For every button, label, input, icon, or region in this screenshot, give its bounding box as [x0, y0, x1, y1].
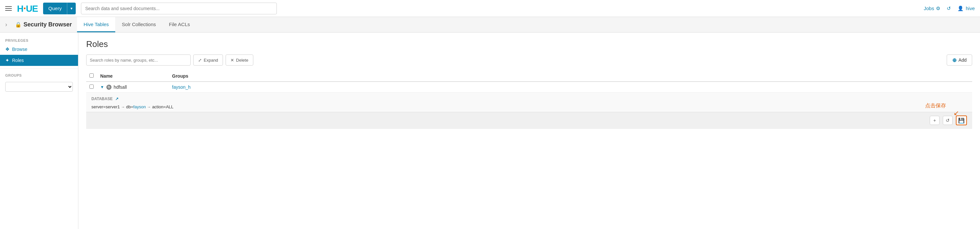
annotation-text: 点击保存	[925, 102, 946, 109]
page-title: Roles	[86, 39, 972, 49]
chevron-down-icon[interactable]: ▼	[100, 85, 104, 89]
topnav-right: Jobs ⚙ ↺ 👤 hive	[924, 6, 975, 11]
header-name-col: Name	[97, 71, 169, 81]
sidebar-item-roles[interactable]: ✦ Roles	[0, 55, 78, 66]
add-button[interactable]: ⊕ Add	[947, 54, 972, 65]
user-label: hive	[966, 6, 975, 11]
table-row: ▼ 🔘 hdfsall fayson_h	[86, 81, 972, 93]
expand-icon: ⤢	[198, 58, 202, 63]
query-button[interactable]: Query ▾	[43, 3, 76, 14]
logo-dot: ·	[23, 2, 26, 14]
search-roles-input[interactable]	[86, 54, 191, 65]
sidebar: PRIVILEGES ❖ Browse ✦ Roles GROUPS	[0, 33, 78, 229]
expand-button[interactable]: ⤢ Expand	[193, 54, 223, 65]
subnav: › 🔒 Security Browser Hive Tables Solr Co…	[0, 17, 980, 33]
topnav: H·UE Query ▾ Jobs ⚙ ↺ 👤 hive	[0, 0, 980, 17]
db-label: DATABASE	[91, 97, 113, 101]
browse-icon: ❖	[5, 46, 10, 52]
subnav-tabs: Hive Tables Solr Collections File ACLs	[77, 17, 197, 32]
detail-panel: DATABASE ↗ server=server1 → db=fayson → …	[86, 93, 972, 112]
query-button-label: Query	[43, 6, 67, 11]
sidebar-dropdown	[0, 79, 78, 94]
groups-select[interactable]	[5, 82, 73, 92]
name-col-label: Name	[100, 73, 113, 79]
add-rule-icon: +	[933, 118, 936, 123]
browse-label: Browse	[12, 47, 27, 52]
db-header: DATABASE ↗	[91, 97, 967, 101]
group-link[interactable]: fayson_h	[172, 84, 191, 90]
jobs-icon: ⚙	[936, 6, 940, 11]
history-item[interactable]: ↺	[947, 6, 951, 11]
subnav-title: 🔒 Security Browser	[10, 21, 77, 28]
select-all-checkbox[interactable]	[89, 73, 94, 78]
role-name-cell: ▼ 🔘 hdfsall	[97, 81, 169, 93]
lock-icon: 🔒	[15, 22, 22, 28]
main-content: Roles ⤢ Expand ✕ Delete ⊕ Add	[78, 33, 980, 229]
role-detail-cell: DATABASE ↗ server=server1 → db=fayson → …	[86, 93, 972, 129]
refresh-icon: ↺	[946, 118, 950, 123]
search-input[interactable]	[81, 3, 277, 14]
roles-icon: ✦	[5, 57, 10, 63]
add-rule-button[interactable]: +	[930, 116, 940, 125]
query-dropdown-arrow[interactable]: ▾	[67, 3, 76, 14]
table-header-row: Name Groups	[86, 71, 972, 81]
arrow-right-icon-1: →	[121, 105, 125, 109]
add-label: Add	[958, 57, 967, 63]
header-groups-col: Groups	[169, 71, 972, 81]
save-button[interactable]: 💾	[956, 116, 967, 125]
expand-label: Expand	[204, 58, 218, 63]
logo-text: H·UE	[17, 2, 38, 14]
sidebar-divider	[0, 68, 78, 69]
toolbar: ⤢ Expand ✕ Delete ⊕ Add	[86, 54, 972, 65]
external-link-icon[interactable]: ↗	[115, 97, 118, 101]
tab-file-acls-label: File ACLs	[169, 22, 190, 27]
main-layout: PRIVILEGES ❖ Browse ✦ Roles GROUPS Roles…	[0, 33, 980, 229]
jobs-label: Jobs	[924, 6, 934, 11]
detail-footer: 点击保存 ↙ + ↺ 💾	[86, 112, 972, 129]
delete-icon: ✕	[231, 58, 234, 63]
groups-label: GROUPS	[0, 72, 78, 79]
tab-solr-collections[interactable]: Solr Collections	[115, 17, 162, 32]
delete-label: Delete	[236, 58, 248, 63]
role-detail-row: DATABASE ↗ server=server1 → db=fayson → …	[86, 93, 972, 129]
role-groups-cell: fayson_h	[169, 81, 972, 93]
role-name-text: hdfsall	[114, 84, 127, 90]
logo: H·UE	[17, 2, 38, 14]
save-icon: 💾	[958, 118, 965, 124]
header-checkbox-col	[86, 71, 97, 81]
subnav-expand-button[interactable]: ›	[3, 21, 10, 28]
tab-solr-collections-label: Solr Collections	[122, 22, 156, 27]
row-checkbox[interactable]	[89, 84, 94, 89]
user-icon: 👤	[958, 6, 964, 11]
role-icon: 🔘	[106, 84, 111, 90]
add-icon: ⊕	[952, 57, 956, 63]
row-checkbox-cell	[86, 81, 97, 93]
roles-label: Roles	[12, 58, 24, 63]
detail-rule: server=server1 → db=fayson → action=ALL	[91, 103, 967, 112]
groups-col-label: Groups	[172, 73, 188, 79]
privileges-label: PRIVILEGES	[0, 35, 78, 44]
sidebar-item-browse[interactable]: ❖ Browse	[0, 44, 78, 55]
tab-hive-tables[interactable]: Hive Tables	[77, 17, 115, 32]
history-icon: ↺	[947, 6, 951, 11]
annotation-arrow-icon: ↙	[953, 109, 959, 117]
db-link[interactable]: fayson	[133, 104, 146, 109]
delete-button[interactable]: ✕ Delete	[226, 54, 253, 65]
user-item[interactable]: 👤 hive	[958, 6, 975, 11]
refresh-button[interactable]: ↺	[943, 116, 953, 125]
tab-hive-tables-label: Hive Tables	[84, 22, 109, 27]
tab-file-acls[interactable]: File ACLs	[162, 17, 197, 32]
topnav-left: H·UE Query ▾	[5, 2, 76, 14]
jobs-item[interactable]: Jobs ⚙	[924, 6, 940, 11]
subnav-title-text: Security Browser	[24, 21, 72, 28]
roles-table: Name Groups ▼ 🔘	[86, 71, 972, 129]
hamburger-icon[interactable]	[5, 6, 12, 11]
arrow-right-icon-2: →	[147, 105, 151, 109]
